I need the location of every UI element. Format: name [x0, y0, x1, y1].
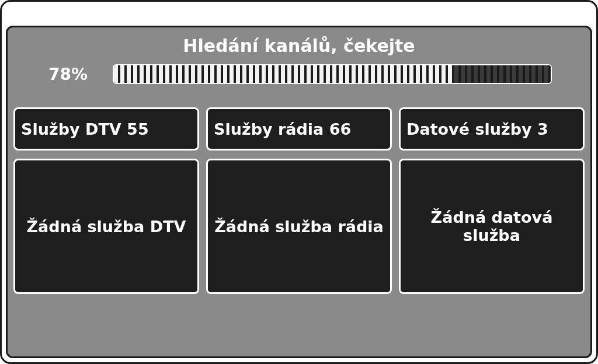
progress-empty	[454, 65, 551, 83]
progress-bar	[113, 64, 552, 84]
header-dtv-services: Služby DTV 55	[13, 107, 199, 150]
header-radio-services: Služby rádia 66	[206, 107, 392, 150]
progress-fill	[114, 65, 454, 83]
page-title: Hledání kanálů, čekejte	[13, 36, 585, 56]
progress-row: 78%	[13, 64, 585, 84]
content-data-services: Žádná datová služba	[399, 159, 585, 294]
content-radio-services: Žádná služba rádia	[206, 159, 392, 294]
titlebar	[6, 6, 592, 26]
column-data: Datové služby 3 Žádná datová služba	[399, 107, 585, 294]
window-frame: Hledání kanálů, čekejte 78% Služby DTV 5…	[0, 0, 598, 364]
column-dtv: Služby DTV 55 Žádná služba DTV	[13, 107, 199, 294]
progress-percent-label: 78%	[48, 65, 113, 84]
header-data-services: Datové služby 3	[399, 107, 585, 150]
main-panel: Hledání kanálů, čekejte 78% Služby DTV 5…	[6, 26, 592, 358]
content-dtv-services: Žádná služba DTV	[13, 159, 199, 294]
column-radio: Služby rádia 66 Žádná služba rádia	[206, 107, 392, 294]
columns-container: Služby DTV 55 Žádná služba DTV Služby rá…	[13, 107, 585, 294]
